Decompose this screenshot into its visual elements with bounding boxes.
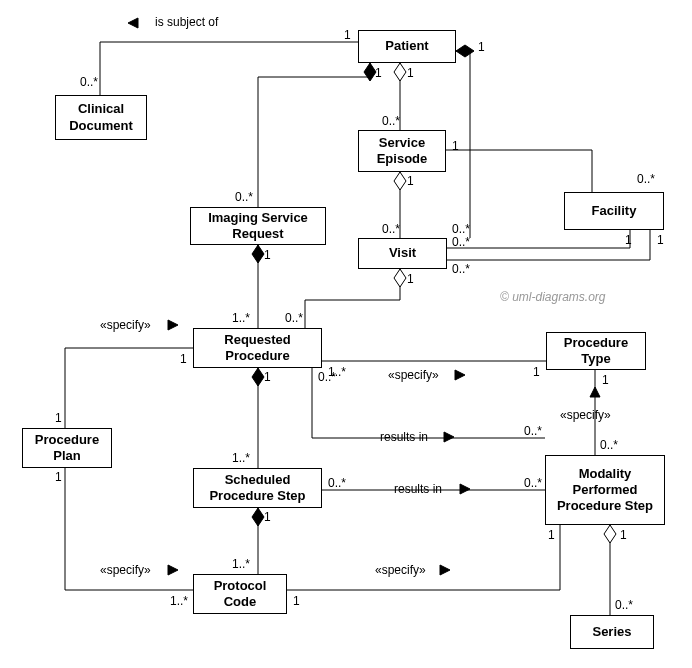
mult: 0..* — [80, 75, 98, 89]
svg-marker-2 — [456, 45, 474, 57]
class-visit: Visit — [358, 238, 447, 269]
mult: 1 — [452, 139, 459, 153]
mult: 0..* — [524, 476, 542, 490]
svg-marker-15 — [168, 565, 178, 575]
class-requested-procedure: Requested Procedure — [193, 328, 322, 368]
svg-marker-6 — [252, 368, 264, 386]
mult: 1 — [375, 66, 382, 80]
svg-marker-12 — [590, 387, 600, 397]
mult: 1 — [344, 28, 351, 42]
class-clinical-document: Clinical Document — [55, 95, 147, 140]
mult: 1 — [293, 594, 300, 608]
mult: 0..* — [524, 424, 542, 438]
mult: 1..* — [170, 594, 188, 608]
mult: 1 — [180, 352, 187, 366]
mult: 0..* — [452, 262, 470, 276]
mult: 1 — [407, 66, 414, 80]
label-specify-3: «specify» — [560, 408, 611, 422]
label-specify-5: «specify» — [375, 563, 426, 577]
mult: 1..* — [232, 311, 250, 325]
class-service-episode: Service Episode — [358, 130, 446, 172]
mult: 1 — [264, 370, 271, 384]
label-results-in-1: results in — [380, 430, 428, 444]
mult: 0..* — [318, 370, 336, 384]
mult: 1 — [407, 174, 414, 188]
mult: 1 — [55, 470, 62, 484]
svg-marker-3 — [394, 172, 406, 190]
svg-marker-10 — [168, 320, 178, 330]
label-specify-2: «specify» — [388, 368, 439, 382]
class-series: Series — [570, 615, 654, 649]
mult: 1 — [264, 248, 271, 262]
mult: 1 — [602, 373, 609, 387]
svg-marker-11 — [455, 370, 465, 380]
mult: 1 — [657, 233, 664, 247]
class-patient: Patient — [358, 30, 456, 63]
svg-marker-7 — [252, 508, 264, 526]
label-is-subject-of: is subject of — [155, 15, 218, 29]
class-procedure-type: Procedure Type — [546, 332, 646, 370]
svg-marker-14 — [460, 484, 470, 494]
mult: 0..* — [637, 172, 655, 186]
label-specify-4: «specify» — [100, 563, 151, 577]
mult: 0..* — [328, 476, 346, 490]
mult: 1 — [478, 40, 485, 54]
class-procedure-plan: Procedure Plan — [22, 428, 112, 468]
mult: 0..* — [285, 311, 303, 325]
mult: 0..* — [235, 190, 253, 204]
mult: 1 — [620, 528, 627, 542]
mult: 1 — [407, 272, 414, 286]
mult: 0..* — [452, 222, 470, 236]
svg-marker-8 — [604, 525, 616, 543]
mult: 0..* — [452, 235, 470, 249]
svg-marker-4 — [252, 245, 264, 263]
class-scheduled-procedure-step: Scheduled Procedure Step — [193, 468, 322, 508]
svg-marker-9 — [128, 18, 138, 28]
mult: 0..* — [600, 438, 618, 452]
label-specify-1: «specify» — [100, 318, 151, 332]
svg-marker-16 — [440, 565, 450, 575]
label-results-in-2: results in — [394, 482, 442, 496]
mult: 1..* — [232, 451, 250, 465]
mult: 1 — [533, 365, 540, 379]
mult: 1 — [548, 528, 555, 542]
mult: 0..* — [615, 598, 633, 612]
class-protocol-code: Protocol Code — [193, 574, 287, 614]
mult: 0..* — [382, 222, 400, 236]
class-imaging-service-request: Imaging Service Request — [190, 207, 326, 245]
mult: 0..* — [382, 114, 400, 128]
mult: 1 — [625, 233, 632, 247]
svg-marker-13 — [444, 432, 454, 442]
mult: 1 — [55, 411, 62, 425]
class-modality-performed-procedure-step: Modality Performed Procedure Step — [545, 455, 665, 525]
mult: 1 — [264, 510, 271, 524]
svg-marker-5 — [394, 269, 406, 287]
class-facility: Facility — [564, 192, 664, 230]
copyright: © uml-diagrams.org — [500, 290, 606, 304]
mult: 1..* — [232, 557, 250, 571]
svg-marker-1 — [394, 63, 406, 81]
